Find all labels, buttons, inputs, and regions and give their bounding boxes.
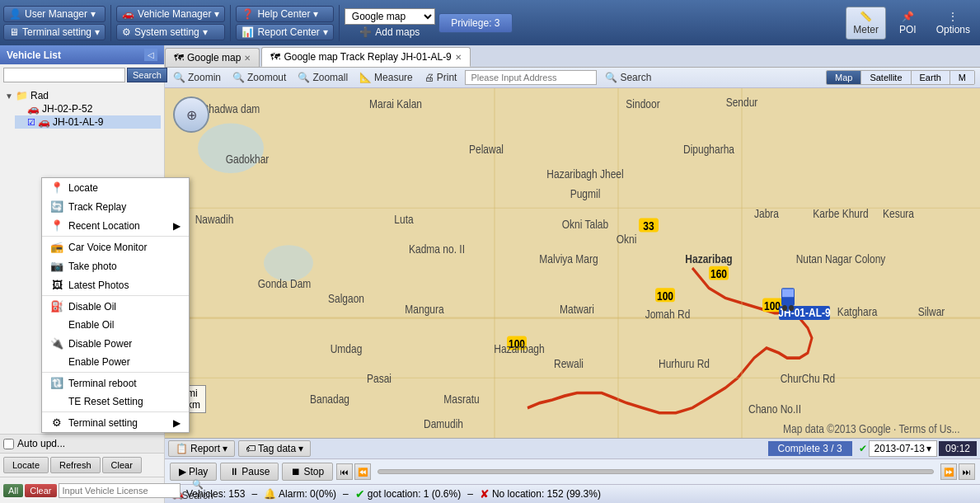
clear-btn-sm[interactable]: Clear [25, 484, 56, 497]
ctx-recent-location[interactable]: 📍 Recent Location ▶ [42, 216, 189, 235]
zoomout-btn[interactable]: 🔍 Zoomout [229, 71, 289, 84]
zoomin-btn[interactable]: 🔍 Zoomin [170, 71, 224, 84]
alarm-icon: 🔔 [264, 488, 276, 500]
all-btn[interactable]: All [3, 484, 23, 497]
terminal-reboot-icon: 🔃 [50, 377, 63, 389]
refresh-btn[interactable]: Refresh [50, 457, 101, 473]
play-btn[interactable]: ▶ Play [170, 463, 217, 481]
options-btn[interactable]: ⋮ Options [930, 7, 977, 39]
search-row: Search [0, 64, 164, 86]
vehicle-item-2[interactable]: ☑ 🚗 JH-01-AL-9 [15, 115, 161, 129]
tab-google-map[interactable]: 🗺 Google map ✕ [165, 48, 260, 67]
complete-badge: Complete 3 / 3 [768, 441, 852, 456]
auto-update-label: Auto upd... [17, 438, 65, 449]
ctx-track-replay[interactable]: 🔄 Track Replay [42, 197, 189, 216]
terminal-setting-btn[interactable]: 🖥 Terminal setting ▾ [3, 24, 106, 40]
map-area[interactable]: 33 100 100 100 160 Hazaribag JH-01-AL-9 [165, 88, 980, 438]
map-type-m[interactable]: M [950, 71, 974, 84]
zoomall-icon: 🔍 [298, 72, 310, 83]
vehicle-search-btn[interactable]: Search [127, 68, 167, 82]
ctx-sep4 [42, 411, 189, 412]
vehicle-item-1[interactable]: 🚗 JH-02-P-52 [15, 102, 161, 115]
add-maps-btn[interactable]: ➕ Add maps [359, 26, 420, 38]
checkbox-icon: ☑ [27, 117, 35, 128]
left-panel: Vehicle List ◁ Search ▼ 📁 Rad 🚗 JH-02-P-… [0, 45, 165, 503]
nav-circle[interactable]: ⊕ [173, 96, 209, 133]
left-bottom: Auto upd... Locate Refresh Clear All Cle… [0, 434, 164, 503]
user-manager-btn[interactable]: 👤 User Manager ▾ [3, 6, 106, 22]
svg-text:Sendur: Sendur [726, 96, 758, 109]
svg-text:Mangura: Mangura [405, 302, 444, 315]
address-input[interactable] [465, 70, 597, 85]
ctx-enable-power[interactable]: Enable Power [42, 353, 189, 371]
svg-text:Pelawal: Pelawal [469, 143, 504, 156]
user-manager-label: User Manager [25, 8, 87, 20]
ctx-terminal-setting[interactable]: ⚙ Terminal setting ▶ [42, 413, 189, 432]
search-btn-sm[interactable]: 🔍 Search [182, 479, 213, 501]
stop-btn[interactable]: ⏹ Stop [282, 463, 333, 481]
ctx-enable-oil[interactable]: Enable Oil [42, 316, 189, 334]
report-arrow: ▾ [223, 443, 227, 454]
arrow-icon2: ▶ [173, 417, 181, 429]
svg-text:Nutan Nagar Colony: Nutan Nagar Colony [796, 252, 886, 266]
license-input[interactable] [59, 483, 181, 498]
ctx-terminal-reboot[interactable]: 🔃 Terminal reboot [42, 374, 189, 393]
print-btn[interactable]: 🖨 Print [421, 71, 461, 84]
ctx-latest-photos[interactable]: 🖼 Latest Photos [42, 275, 189, 294]
map-type-map[interactable]: Map [827, 71, 861, 84]
car-voice-icon: 📻 [50, 241, 63, 253]
meter-btn[interactable]: 📏 Meter [846, 7, 886, 40]
tag-data-btn[interactable]: 🏷 Tag data ▾ [238, 440, 311, 457]
locate-action-btn[interactable]: Locate [3, 457, 49, 473]
track-replay-icon: 🔄 [50, 200, 63, 213]
measure-btn[interactable]: 📐 Measure [356, 71, 416, 84]
tab-track-replay[interactable]: 🗺 Google map Track Replay JH-01-AL-9 ✕ [261, 47, 470, 67]
folder-icon: 📁 [16, 90, 28, 101]
svg-text:Umdag: Umdag [331, 342, 363, 355]
map-type-select[interactable]: Google map [345, 8, 435, 25]
svg-text:Karbe Khurd: Karbe Khurd [813, 207, 868, 220]
date-badge[interactable]: 2013-07-13 ▾ [869, 440, 937, 457]
report-center-btn[interactable]: 📊 Report Center ▾ [236, 24, 333, 40]
time-badge: 09:12 [939, 441, 977, 456]
tab-close-2[interactable]: ✕ [455, 53, 462, 62]
zoomall-btn[interactable]: 🔍 Zoomall [294, 71, 351, 84]
ctx-take-photo[interactable]: 📷 Take photo [42, 256, 189, 275]
map-type-satellite[interactable]: Satellite [861, 71, 911, 84]
pause-btn[interactable]: ⏸ Pause [220, 463, 279, 481]
poi-btn[interactable]: 📌 POI [893, 7, 923, 39]
tab-close-1[interactable]: ✕ [244, 54, 251, 63]
skip-end-btn[interactable]: ⏭ [959, 463, 975, 480]
map-search-btn[interactable]: 🔍 Search [602, 71, 654, 84]
collapse-btn[interactable]: ◁ [144, 49, 157, 61]
system-setting-btn[interactable]: ⚙ System setting ▾ [116, 24, 225, 40]
right-content: 🗺 Google map ✕ 🗺 Google map Track Replay… [165, 45, 980, 503]
map-type-earth[interactable]: Earth [912, 71, 950, 84]
print-label: Print [437, 72, 457, 83]
ctx-disable-oil[interactable]: ⛽ Disable Oil [42, 297, 189, 316]
alarm-label: Alarm: 0(0%) [279, 488, 336, 500]
svg-rect-23 [782, 289, 794, 297]
tree-root[interactable]: ▼ 📁 Rad [3, 89, 161, 102]
skip-start-btn[interactable]: ⏮ [336, 463, 353, 480]
ctx-locate[interactable]: 📍 Locate [42, 178, 189, 197]
play-label: Play [189, 466, 208, 477]
svg-text:Gadokhar: Gadokhar [226, 153, 270, 166]
ctx-disable-power[interactable]: 🔌 Disable Power [42, 334, 189, 353]
auto-update-checkbox[interactable] [3, 439, 14, 449]
next-btn[interactable]: ⏩ [940, 463, 957, 480]
ctx-enable-power-label: Enable Power [68, 356, 130, 368]
svg-text:Luta: Luta [394, 212, 414, 225]
ctx-te-reset[interactable]: TE Reset Setting [42, 393, 189, 411]
vehicle-manager-btn[interactable]: 🚗 Vehicle Manager ▾ [116, 6, 225, 22]
play-slider[interactable] [377, 469, 934, 474]
report-btn[interactable]: 📋 Report ▾ [168, 440, 235, 457]
vehicle-icon-2: 🚗 [38, 116, 50, 128]
vehicle-search-input[interactable] [3, 68, 125, 82]
ctx-car-voice[interactable]: 📻 Car Voice Monitor [42, 237, 189, 256]
help-center-btn[interactable]: ❓ Help Center ▾ [236, 6, 333, 22]
svg-text:Kesura: Kesura [883, 207, 915, 220]
prev-btn[interactable]: ⏪ [354, 463, 371, 480]
meter-icon: 📏 [860, 11, 872, 22]
clear-action-btn[interactable]: Clear [102, 457, 142, 473]
